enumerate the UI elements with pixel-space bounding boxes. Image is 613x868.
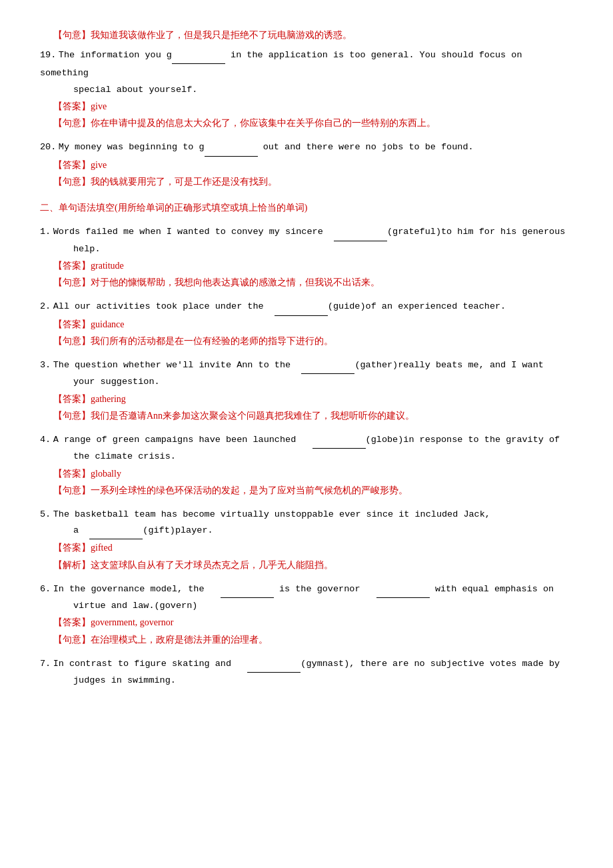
sentence-19: 【句意】你在申请中提及的信息太大众化了，你应该集中在关乎你自己的一些特别的东西上… <box>53 115 573 131</box>
question-s6: 6. In the governance model, the is the g… <box>40 580 573 648</box>
answer-s5: 【答案】gifted <box>53 539 573 556</box>
question-s2-text: 2. All our activities took place under t… <box>40 297 573 315</box>
section-title-2: 二、单句语法填空(用所给单词的正确形式填空或填上恰当的单词) <box>40 199 573 216</box>
question-s7: 7. In contrast to figure skating and (gy… <box>40 655 573 689</box>
opening-sentence: 【句意】我知道我该做作业了，但是我只是拒绝不了玩电脑游戏的诱惑。 <box>53 27 573 43</box>
question-s6-text: 6. In the governance model, the is the g… <box>40 580 573 598</box>
answer-s3: 【答案】gathering <box>53 391 573 407</box>
question-s3: 3. The question whether we'll invite Ann… <box>40 356 573 424</box>
question-20-text: 20. My money was beginning to g out and … <box>40 138 573 156</box>
answer-19: 【答案】give <box>53 98 573 115</box>
question-s4-text: 4. A range of green campaigns have been … <box>40 431 573 449</box>
page-container: 【句意】我知道我该做作业了，但是我只是拒绝不了玩电脑游戏的诱惑。 19. The… <box>40 27 573 689</box>
question-s3-text: 3. The question whether we'll invite Ann… <box>40 356 573 374</box>
sentence-20: 【句意】我的钱就要用完了，可是工作还是没有找到。 <box>53 173 573 190</box>
sentence-s4: 【句意】一系列全球性的绿色环保活动的发起，是为了应对当前气候危机的严峻形势。 <box>53 482 573 499</box>
question-s1: 1. Words failed me when I wanted to conv… <box>40 223 573 291</box>
question-20: 20. My money was beginning to g out and … <box>40 138 573 190</box>
sentence-s5: 【解析】这支篮球队自从有了天才球员杰克之后，几乎无人能阻挡。 <box>53 557 573 573</box>
sentence-s2: 【句意】我们所有的活动都是在一位有经验的老师的指导下进行的。 <box>53 333 573 349</box>
question-s5: 5. The basketball team has become virtua… <box>40 505 573 573</box>
sentence-s6: 【句意】在治理模式上，政府是德法并重的治理者。 <box>53 631 573 648</box>
answer-20: 【答案】give <box>53 157 573 173</box>
answer-s4: 【答案】globally <box>53 465 573 482</box>
answer-s2: 【答案】guidance <box>53 316 573 333</box>
sentence-s1: 【句意】对于他的慷慨帮助，我想向他表达真诚的感激之情，但我说不出话来。 <box>53 274 573 291</box>
question-19: 19. The information you g in the applica… <box>40 46 573 131</box>
question-s7-text: 7. In contrast to figure skating and (gy… <box>40 655 573 673</box>
question-s1-text: 1. Words failed me when I wanted to conv… <box>40 223 573 241</box>
answer-s6: 【答案】government, governor <box>53 614 573 631</box>
question-19-text: 19. The information you g in the applica… <box>40 46 573 82</box>
question-s4: 4. A range of green campaigns have been … <box>40 431 573 499</box>
question-s2: 2. All our activities took place under t… <box>40 297 573 349</box>
answer-s1: 【答案】gratitude <box>53 257 573 274</box>
question-s5-text: 5. The basketball team has become virtua… <box>40 505 573 523</box>
sentence-s3: 【句意】我们是否邀请Ann来参加这次聚会这个问题真把我难住了，我想听听你的建议。 <box>53 407 573 424</box>
